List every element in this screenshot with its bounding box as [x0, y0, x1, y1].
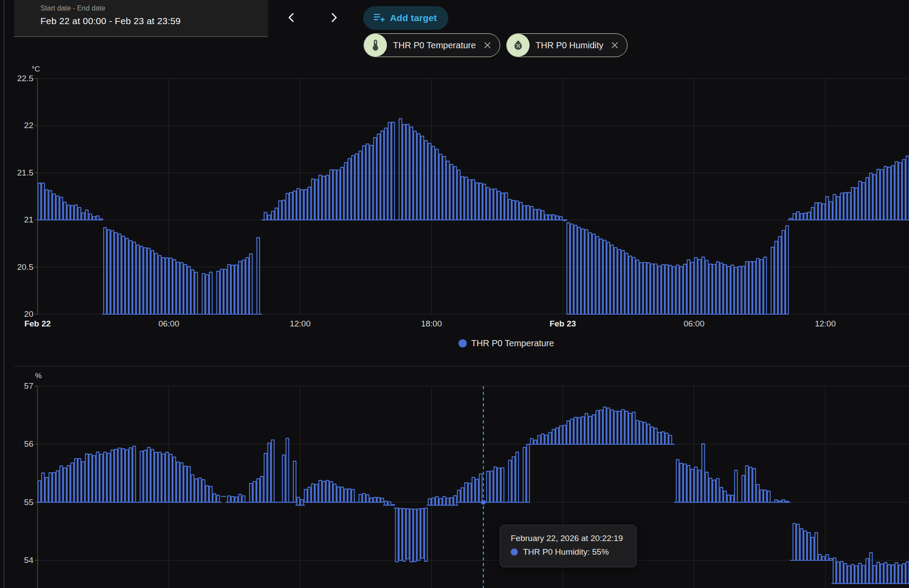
tooltip-series-dot	[511, 549, 518, 556]
tooltip-series-value: THR P0 Humidity: 55%	[523, 547, 609, 557]
charts-divider	[14, 366, 909, 366]
tooltip-date: February 22, 2026 at 20:22:19	[511, 534, 636, 543]
legend-label: THR P0 Temperature	[471, 338, 554, 348]
humidity-series-bars	[38, 407, 909, 584]
charts-canvas[interactable]	[0, 0, 909, 588]
history-panel: Start date - End date Feb 22 at 00:00 - …	[0, 0, 909, 588]
hover-tooltip: February 22, 2026 at 20:22:19 THR P0 Hum…	[500, 525, 637, 567]
chart-legend[interactable]: THR P0 Temperature	[458, 338, 554, 348]
temperature-series-bars	[38, 119, 909, 314]
cursor-dot	[481, 500, 486, 505]
legend-dot	[458, 339, 467, 348]
